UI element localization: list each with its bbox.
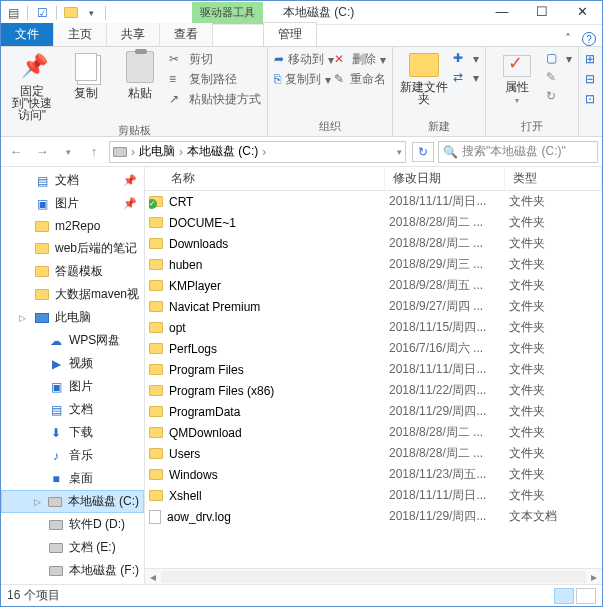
- copy-to-button[interactable]: ⎘复制到 ▾: [274, 71, 330, 88]
- select-none-button[interactable]: ⊟全部取消: [585, 71, 603, 88]
- icons-view-button[interactable]: [576, 588, 596, 604]
- table-row[interactable]: Program Files2018/11/11/周日...文件夹: [145, 359, 602, 380]
- sidebar-item[interactable]: ⬇下载: [1, 421, 144, 444]
- paste-button[interactable]: 粘贴: [115, 49, 165, 102]
- sidebar-item[interactable]: ▤文档: [1, 398, 144, 421]
- cut-button[interactable]: ✂剪切: [169, 51, 261, 68]
- table-row[interactable]: DOCUME~12018/8/28/周二 ...文件夹: [145, 212, 602, 233]
- new-item-button[interactable]: ✚▾: [453, 51, 479, 67]
- close-button[interactable]: ✕: [562, 1, 602, 25]
- minimize-button[interactable]: —: [482, 1, 522, 25]
- select-all-icon: ⊞: [585, 52, 601, 68]
- easy-access-button[interactable]: ⇄▾: [453, 70, 479, 86]
- folder-icon[interactable]: [63, 5, 79, 21]
- paste-shortcut-button[interactable]: ↗粘贴快捷方式: [169, 91, 261, 108]
- table-row[interactable]: Navicat Premium2018/9/27/周四 ...文件夹: [145, 296, 602, 317]
- table-row[interactable]: Windows2018/11/23/周五...文件夹: [145, 464, 602, 485]
- crumb-pc[interactable]: 此电脑: [139, 143, 175, 160]
- details-view-button[interactable]: [554, 588, 574, 604]
- invert-selection-button[interactable]: ⊡反向选择: [585, 91, 603, 108]
- sidebar-item[interactable]: ♪音乐: [1, 444, 144, 467]
- sidebar-item[interactable]: ▤文档📌: [1, 169, 144, 192]
- edit-button[interactable]: ✎: [546, 70, 572, 86]
- tab-manage[interactable]: 管理: [263, 22, 317, 46]
- sidebar-item[interactable]: m2Repo: [1, 215, 144, 237]
- table-row[interactable]: Downloads2018/8/28/周二 ...文件夹: [145, 233, 602, 254]
- select-all-button[interactable]: ⊞全部选择: [585, 51, 603, 68]
- qat-dropdown-icon[interactable]: ▾: [83, 5, 99, 21]
- table-row[interactable]: CRT2018/11/11/周日...文件夹: [145, 191, 602, 212]
- tab-file[interactable]: 文件: [1, 23, 54, 46]
- column-date[interactable]: 修改日期: [385, 167, 505, 190]
- table-row[interactable]: Xshell2018/11/11/周日...文件夹: [145, 485, 602, 506]
- table-row[interactable]: ProgramData2018/11/29/周四...文件夹: [145, 401, 602, 422]
- open-button[interactable]: ▢▾: [546, 51, 572, 67]
- history-button[interactable]: ↻: [546, 89, 572, 105]
- sidebar-item[interactable]: ☁WPS网盘: [1, 329, 144, 352]
- table-row[interactable]: Users2018/8/28/周二 ...文件夹: [145, 443, 602, 464]
- delete-button[interactable]: ✕删除 ▾: [334, 51, 386, 68]
- sidebar-item[interactable]: ▷⊕网络: [1, 582, 144, 584]
- table-row[interactable]: QMDownload2018/8/28/周二 ...文件夹: [145, 422, 602, 443]
- sidebar-item[interactable]: 本地磁盘 (F:): [1, 559, 144, 582]
- sidebar-item[interactable]: 大数据maven视: [1, 283, 144, 306]
- new-folder-button[interactable]: 新建文件夹: [399, 49, 449, 105]
- column-type[interactable]: 类型: [505, 167, 602, 190]
- move-to-button[interactable]: ➦移动到 ▾: [274, 51, 330, 68]
- back-button[interactable]: ←: [5, 141, 27, 163]
- table-row[interactable]: Program Files (x86)2018/11/22/周四...文件夹: [145, 380, 602, 401]
- sidebar-item[interactable]: ▶视频: [1, 352, 144, 375]
- horizontal-scrollbar[interactable]: ◂ ▸: [145, 568, 602, 584]
- table-row[interactable]: PerfLogs2016/7/16/周六 ...文件夹: [145, 338, 602, 359]
- table-row[interactable]: huben2018/8/29/周三 ...文件夹: [145, 254, 602, 275]
- sidebar-item[interactable]: ▣图片: [1, 375, 144, 398]
- tab-home[interactable]: 主页: [54, 23, 107, 46]
- group-label: 剪贴板: [7, 121, 261, 140]
- copy-path-button[interactable]: ≡复制路径: [169, 71, 261, 88]
- table-row[interactable]: opt2018/11/15/周四...文件夹: [145, 317, 602, 338]
- properties-button[interactable]: 属性▾: [492, 49, 542, 105]
- sidebar-item[interactable]: ▣图片📌: [1, 192, 144, 215]
- separator: [27, 6, 28, 20]
- chevron-icon[interactable]: ›: [260, 145, 268, 159]
- help-icon[interactable]: ?: [582, 32, 596, 46]
- collapse-ribbon-icon[interactable]: ˄: [560, 32, 576, 46]
- column-name[interactable]: 名称: [145, 167, 385, 190]
- addr-dropdown-icon[interactable]: ▾: [397, 147, 402, 157]
- tab-view[interactable]: 查看: [160, 23, 213, 46]
- sidebar-item[interactable]: 文档 (E:): [1, 536, 144, 559]
- recent-dropdown[interactable]: ▾: [57, 141, 79, 163]
- search-input[interactable]: 🔍 搜索"本地磁盘 (C:)": [438, 141, 598, 163]
- chevron-icon[interactable]: ›: [177, 145, 185, 159]
- breadcrumb[interactable]: › 此电脑 › 本地磁盘 (C:) › ▾: [109, 141, 406, 163]
- sidebar-item[interactable]: ■桌面: [1, 467, 144, 490]
- file-name: ProgramData: [169, 405, 240, 419]
- pin-to-quick-access-button[interactable]: 📌 固定到"快速访问": [7, 49, 57, 121]
- sidebar-item[interactable]: web后端的笔记: [1, 237, 144, 260]
- sidebar-item[interactable]: ▷此电脑: [1, 306, 144, 329]
- crumb-drive[interactable]: 本地磁盘 (C:): [187, 143, 258, 160]
- up-button[interactable]: ↑: [83, 141, 105, 163]
- file-list[interactable]: CRT2018/11/11/周日...文件夹DOCUME~12018/8/28/…: [145, 191, 602, 568]
- table-row[interactable]: KMPlayer2018/9/28/周五 ...文件夹: [145, 275, 602, 296]
- maximize-button[interactable]: ☐: [522, 1, 562, 25]
- chevron-icon[interactable]: ›: [129, 145, 137, 159]
- scroll-track[interactable]: [161, 571, 586, 583]
- scroll-right-icon[interactable]: ▸: [586, 570, 602, 584]
- refresh-button[interactable]: ↻: [412, 142, 434, 162]
- copy-button[interactable]: 复制: [61, 49, 111, 102]
- tab-share[interactable]: 共享: [107, 23, 160, 46]
- properties-icon[interactable]: ☑: [34, 5, 50, 21]
- expand-icon[interactable]: ▷: [34, 497, 43, 507]
- table-row[interactable]: aow_drv.log2018/11/29/周四...文本文档: [145, 506, 602, 527]
- scroll-left-icon[interactable]: ◂: [145, 570, 161, 584]
- rename-button[interactable]: ✎重命名: [334, 71, 386, 88]
- sidebar-item[interactable]: ▷本地磁盘 (C:): [1, 490, 144, 513]
- sidebar-item[interactable]: 软件D (D:): [1, 513, 144, 536]
- sidebar[interactable]: ▤文档📌▣图片📌m2Repoweb后端的笔记答题模板大数据maven视▷此电脑☁…: [1, 167, 145, 584]
- expand-icon[interactable]: ▷: [19, 313, 29, 323]
- cut-icon: ✂: [169, 52, 185, 68]
- forward-button[interactable]: →: [31, 141, 53, 163]
- sidebar-item-label: 视频: [69, 355, 93, 372]
- sidebar-item[interactable]: 答题模板: [1, 260, 144, 283]
